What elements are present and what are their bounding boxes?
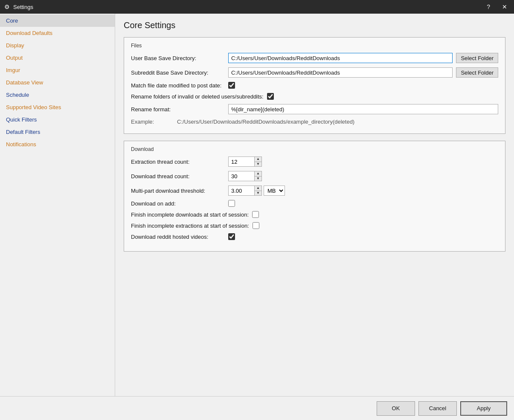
match-file-date-label: Match file date modified to post date:: [131, 82, 225, 89]
sidebar-item-download-defaults[interactable]: Download Defaults: [0, 27, 115, 39]
subreddit-base-save-dir-row: Subreddit Base Save Directory: Select Fo…: [131, 67, 498, 78]
match-file-date-row: Match file date modified to post date:: [131, 82, 498, 89]
sidebar-label-quick-filters: Quick Filters: [6, 116, 37, 123]
bottom-bar: OK Cancel Apply: [0, 396, 514, 420]
sidebar-label-download-defaults: Download Defaults: [6, 30, 52, 36]
sidebar-label-default-filters: Default Filters: [6, 129, 40, 135]
subreddit-base-save-dir-input[interactable]: [228, 67, 453, 78]
finish-incomplete-extractions-label: Finish incomplete extractions at start o…: [131, 223, 249, 229]
finish-incomplete-extractions-checkbox[interactable]: [253, 222, 259, 229]
main-content: Core Download Defaults Display Output Im…: [0, 14, 514, 396]
user-base-select-folder-button[interactable]: Select Folder: [456, 53, 498, 63]
sidebar-item-supported-video-sites[interactable]: Supported Video Sites: [0, 101, 115, 113]
user-base-save-dir-input[interactable]: [228, 53, 453, 63]
extraction-thread-spin-down[interactable]: ▼: [255, 162, 261, 167]
user-base-save-dir-label: User Base Save Directory:: [131, 55, 225, 61]
title-bar-left: ⚙ Settings: [4, 3, 33, 10]
multipart-threshold-spin-up[interactable]: ▲: [255, 186, 261, 191]
match-file-date-checkbox[interactable]: [228, 82, 235, 89]
sidebar-item-quick-filters[interactable]: Quick Filters: [0, 113, 115, 126]
extraction-thread-spinbox: ▲ ▼: [228, 156, 262, 167]
files-section: Files User Base Save Directory: Select F…: [124, 37, 505, 134]
sidebar-item-database-view[interactable]: Database View: [0, 76, 115, 89]
settings-icon: ⚙: [4, 3, 10, 10]
ok-button[interactable]: OK: [377, 401, 415, 416]
sidebar-item-schedule[interactable]: Schedule: [0, 89, 115, 101]
sidebar-item-default-filters[interactable]: Default Filters: [0, 126, 115, 138]
sidebar-item-display[interactable]: Display: [0, 39, 115, 52]
download-section-label: Download: [131, 146, 498, 152]
help-button[interactable]: ?: [484, 3, 493, 11]
sidebar-label-imgur: Imgur: [6, 67, 20, 73]
apply-button[interactable]: Apply: [460, 401, 507, 416]
multipart-threshold-row: Multi-part download threshold: ▲ ▼ KB: [131, 185, 498, 196]
download-on-add-label: Download on add:: [131, 200, 225, 207]
multipart-threshold-spinbox: ▲ ▼: [228, 185, 262, 196]
rename-format-row: Rename format:: [131, 104, 498, 114]
sidebar-label-notifications: Notifications: [6, 141, 36, 148]
finish-incomplete-extractions-row: Finish incomplete extractions at start o…: [131, 222, 498, 229]
title-bar-buttons: ? ✕: [484, 3, 510, 11]
example-row: Example: C:/Users/User/Downloads/RedditD…: [131, 119, 498, 125]
finish-incomplete-downloads-label: Finish incomplete downloads at start of …: [131, 211, 249, 218]
finish-incomplete-downloads-row: Finish incomplete downloads at start of …: [131, 211, 498, 218]
multipart-threshold-spin-buttons: ▲ ▼: [254, 186, 261, 195]
user-base-save-dir-row: User Base Save Directory: Select Folder: [131, 53, 498, 63]
rename-folders-label: Rename folders of invalid or deleted use…: [131, 93, 264, 100]
download-reddit-videos-label: Download reddit hosted videos:: [131, 234, 225, 240]
sidebar: Core Download Defaults Display Output Im…: [0, 14, 115, 396]
sidebar-item-output[interactable]: Output: [0, 52, 115, 64]
download-reddit-videos-row: Download reddit hosted videos:: [131, 233, 498, 240]
close-button[interactable]: ✕: [499, 3, 510, 11]
download-thread-spin-down[interactable]: ▼: [255, 177, 261, 181]
extraction-thread-spin-buttons: ▲ ▼: [254, 157, 261, 166]
download-section: Download Extraction thread count: ▲ ▼: [124, 141, 505, 252]
download-thread-spin-up[interactable]: ▲: [255, 171, 261, 177]
sidebar-item-core[interactable]: Core: [0, 14, 115, 27]
download-thread-label: Download thread count:: [131, 173, 225, 180]
sidebar-label-core: Core: [6, 17, 18, 24]
extraction-thread-input[interactable]: [229, 157, 254, 166]
download-thread-row: Download thread count: ▲ ▼: [131, 171, 498, 181]
rename-folders-checkbox[interactable]: [267, 93, 274, 100]
multipart-unit-select[interactable]: KB MB GB: [264, 185, 285, 196]
files-section-label: Files: [131, 43, 498, 49]
sidebar-label-display: Display: [6, 42, 24, 49]
cancel-button[interactable]: Cancel: [418, 401, 457, 416]
page-title: Core Settings: [124, 20, 505, 30]
sidebar-label-schedule: Schedule: [6, 92, 29, 98]
download-on-add-row: Download on add:: [131, 200, 498, 207]
subreddit-base-select-folder-button[interactable]: Select Folder: [456, 67, 498, 78]
example-value: C:/Users/User/Downloads/RedditDownloads/…: [177, 119, 354, 125]
title-bar: ⚙ Settings ? ✕: [0, 0, 514, 14]
finish-incomplete-downloads-checkbox[interactable]: [252, 211, 259, 218]
subreddit-base-save-dir-label: Subreddit Base Save Directory:: [131, 70, 225, 76]
rename-format-input[interactable]: [228, 104, 498, 114]
multipart-threshold-input[interactable]: [229, 186, 254, 195]
example-label: Example:: [131, 119, 174, 125]
download-reddit-videos-checkbox[interactable]: [228, 233, 235, 240]
multipart-threshold-spin-down[interactable]: ▼: [255, 191, 261, 196]
rename-folders-row: Rename folders of invalid or deleted use…: [131, 93, 498, 100]
download-thread-spinbox: ▲ ▼: [228, 171, 262, 181]
extraction-thread-row: Extraction thread count: ▲ ▼: [131, 156, 498, 167]
extraction-thread-label: Extraction thread count:: [131, 159, 225, 165]
sidebar-item-notifications[interactable]: Notifications: [0, 138, 115, 151]
extraction-thread-spin-up[interactable]: ▲: [255, 157, 261, 162]
sidebar-label-database-view: Database View: [6, 79, 43, 86]
multipart-threshold-label: Multi-part download threshold:: [131, 188, 225, 194]
rename-format-label: Rename format:: [131, 106, 225, 113]
window-body: Core Download Defaults Display Output Im…: [0, 14, 514, 420]
sidebar-item-imgur[interactable]: Imgur: [0, 64, 115, 76]
sidebar-label-output: Output: [6, 55, 23, 61]
settings-window: ⚙ Settings ? ✕ Core Download Defaults Di…: [0, 0, 514, 420]
sidebar-label-supported-video-sites: Supported Video Sites: [6, 104, 61, 110]
window-title: Settings: [13, 4, 33, 10]
threshold-container: ▲ ▼ KB MB GB: [228, 185, 285, 196]
download-thread-input[interactable]: [229, 171, 254, 181]
download-on-add-checkbox[interactable]: [228, 200, 235, 207]
main-panel: Core Settings Files User Base Save Direc…: [115, 14, 514, 396]
download-thread-spin-buttons: ▲ ▼: [254, 171, 261, 181]
